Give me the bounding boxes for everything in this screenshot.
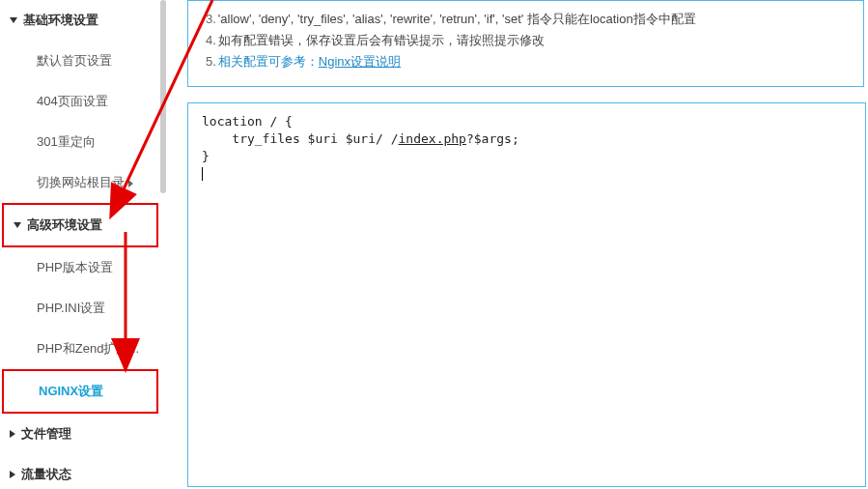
- nav-item-301-redirect[interactable]: 301重定向: [0, 122, 168, 162]
- info-line-3: 3.'allow', 'deny', 'try_files', 'alias',…: [206, 9, 846, 30]
- nav-item-php-version[interactable]: PHP版本设置: [0, 247, 168, 288]
- code-line-2-underline: index.php: [399, 131, 466, 146]
- info-line-5: 5.相关配置可参考：Nginx设置说明: [206, 51, 846, 72]
- code-line-2-post: ?$args;: [466, 131, 519, 146]
- nginx-config-editor[interactable]: location / { try_files $uri $uri/ /index…: [187, 102, 866, 487]
- nav-header-basic-env[interactable]: 基础环境设置: [0, 0, 168, 41]
- nav-header-label: 文件管理: [21, 425, 71, 443]
- nav-section-basic-env: 基础环境设置 默认首页设置 404页面设置 301重定向 切换网站根目录: [0, 0, 168, 203]
- chevron-right-icon: [10, 471, 15, 478]
- nav-section-advanced-env: 高级环境设置 PHP版本设置 PHP.INI设置 PHP和Zend扩展... N…: [0, 203, 168, 414]
- code-line-2-pre: try_files $uri $uri/ /: [202, 131, 399, 146]
- nginx-docs-link[interactable]: Nginx设置说明: [319, 54, 401, 69]
- code-line-1: location / {: [202, 114, 293, 129]
- nav-header-file-mgmt[interactable]: 文件管理: [0, 414, 168, 454]
- chevron-right-icon: [10, 430, 15, 438]
- highlight-box-advanced-header: 高级环境设置: [2, 203, 158, 247]
- nav-header-advanced-env[interactable]: 高级环境设置: [4, 205, 156, 245]
- chevron-down-icon: [14, 222, 21, 228]
- info-text: 如有配置错误，保存设置后会有错误提示，请按照提示修改: [218, 33, 545, 47]
- nav-item-default-homepage[interactable]: 默认首页设置: [0, 41, 168, 81]
- info-line-4: 4.如有配置错误，保存设置后会有错误提示，请按照提示修改: [206, 30, 846, 51]
- nav-section-file-mgmt: 文件管理: [0, 414, 168, 454]
- info-num: 5.: [206, 54, 216, 69]
- info-text-prefix: 相关配置可参考：: [218, 54, 319, 69]
- nav-item-404-page[interactable]: 404页面设置: [0, 81, 168, 122]
- nav-item-nginx-settings[interactable]: NGINX设置: [4, 371, 156, 412]
- nav-header-label: 高级环境设置: [27, 216, 102, 234]
- code-line-3: }: [202, 149, 210, 163]
- info-box: 3.'allow', 'deny', 'try_files', 'alias',…: [187, 0, 864, 87]
- nav-header-label: 基础环境设置: [23, 12, 98, 29]
- main-content: 3.'allow', 'deny', 'try_files', 'alias',…: [168, 0, 868, 489]
- nav-section-traffic: 流量状态: [0, 454, 168, 489]
- nav-header-label: 流量状态: [21, 466, 71, 483]
- nav-item-switch-webroot[interactable]: 切换网站根目录: [0, 162, 168, 203]
- nav-header-traffic[interactable]: 流量状态: [0, 454, 168, 489]
- nav-item-php-ini[interactable]: PHP.INI设置: [0, 288, 168, 329]
- chevron-down-icon: [10, 17, 17, 23]
- sidebar: 基础环境设置 默认首页设置 404页面设置 301重定向 切换网站根目录 高级环…: [0, 0, 168, 489]
- info-num: 4.: [206, 33, 216, 47]
- info-text: 'allow', 'deny', 'try_files', 'alias', '…: [218, 12, 696, 26]
- info-num: 3.: [206, 12, 216, 26]
- nav-item-php-zend-ext[interactable]: PHP和Zend扩展...: [0, 329, 168, 369]
- text-cursor: [202, 167, 203, 181]
- highlight-box-nginx-item: NGINX设置: [2, 369, 158, 414]
- sidebar-scrollbar[interactable]: [160, 0, 166, 193]
